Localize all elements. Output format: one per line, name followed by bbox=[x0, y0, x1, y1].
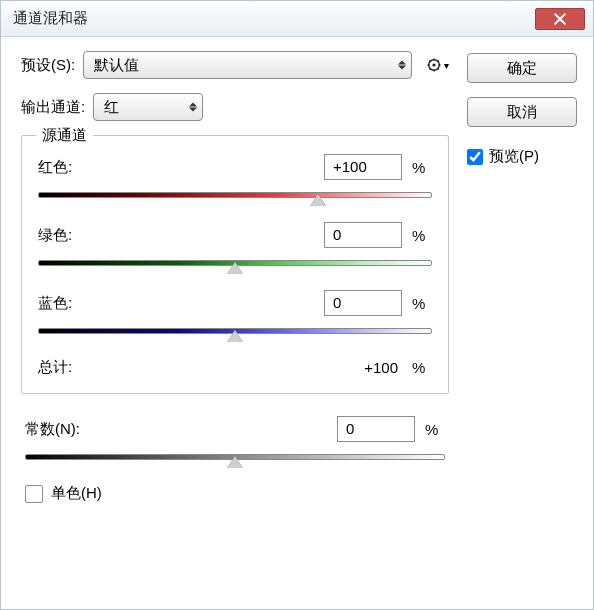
preset-label: 预设(S): bbox=[21, 56, 75, 75]
blue-label: 蓝色: bbox=[38, 294, 314, 313]
blue-slider[interactable] bbox=[38, 322, 432, 342]
source-group-label: 源通道 bbox=[36, 126, 93, 145]
monochrome-label: 单色(H) bbox=[51, 484, 102, 503]
close-button[interactable] bbox=[535, 8, 585, 30]
total-label: 总计: bbox=[38, 358, 354, 377]
source-channels-group: 源通道 红色: +100 % 绿色: 0 % bbox=[21, 135, 449, 394]
constant-unit: % bbox=[425, 421, 445, 438]
preview-label: 预览(P) bbox=[489, 147, 539, 166]
red-label: 红色: bbox=[38, 158, 314, 177]
slider-thumb[interactable] bbox=[227, 330, 243, 342]
gear-icon bbox=[426, 57, 442, 73]
svg-line-8 bbox=[437, 60, 438, 61]
slider-thumb[interactable] bbox=[310, 194, 326, 206]
output-channel-select[interactable]: 红 bbox=[93, 93, 203, 121]
slider-thumb[interactable] bbox=[227, 456, 243, 468]
monochrome-checkbox[interactable] bbox=[25, 485, 43, 503]
channel-mixer-dialog: 通道混和器 预设(S): 默认值 bbox=[0, 0, 594, 610]
total-value: +100 bbox=[364, 359, 398, 376]
svg-point-1 bbox=[432, 63, 435, 66]
red-value-input[interactable]: +100 bbox=[324, 154, 402, 180]
preset-settings-button[interactable]: ▾ bbox=[426, 57, 449, 73]
blue-unit: % bbox=[412, 295, 432, 312]
green-unit: % bbox=[412, 227, 432, 244]
dialog-title: 通道混和器 bbox=[13, 9, 88, 28]
blue-value-input[interactable]: 0 bbox=[324, 290, 402, 316]
titlebar: 通道混和器 bbox=[1, 1, 593, 37]
output-channel-label: 输出通道: bbox=[21, 98, 85, 117]
preview-toggle[interactable]: 预览(P) bbox=[467, 147, 577, 166]
green-value-input[interactable]: 0 bbox=[324, 222, 402, 248]
preview-checkbox[interactable] bbox=[467, 149, 483, 165]
green-slider[interactable] bbox=[38, 254, 432, 274]
close-icon bbox=[554, 13, 566, 25]
svg-line-7 bbox=[437, 68, 438, 69]
constant-value-input[interactable]: 0 bbox=[337, 416, 415, 442]
svg-line-9 bbox=[429, 68, 430, 69]
total-unit: % bbox=[412, 359, 432, 376]
red-slider[interactable] bbox=[38, 186, 432, 206]
constant-slider[interactable] bbox=[25, 448, 445, 468]
ok-button[interactable]: 确定 bbox=[467, 53, 577, 83]
svg-line-6 bbox=[429, 60, 430, 61]
slider-thumb[interactable] bbox=[227, 262, 243, 274]
red-unit: % bbox=[412, 159, 432, 176]
cancel-button[interactable]: 取消 bbox=[467, 97, 577, 127]
green-label: 绿色: bbox=[38, 226, 314, 245]
preset-select[interactable]: 默认值 bbox=[83, 51, 412, 79]
constant-label: 常数(N): bbox=[25, 420, 327, 439]
